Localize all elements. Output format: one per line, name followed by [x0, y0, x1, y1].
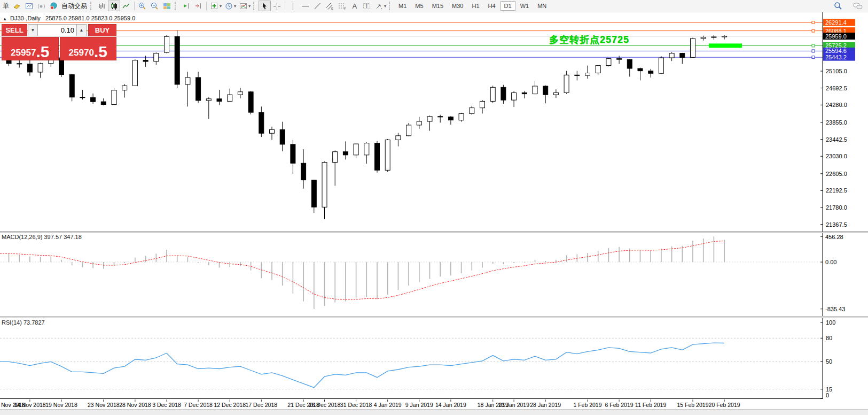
- date-axis-label: 1 Feb 2019: [573, 402, 601, 408]
- chart-shift-icon[interactable]: [192, 1, 205, 11]
- bar-chart-mode-icon[interactable]: [96, 1, 108, 11]
- timeframe-button-h1[interactable]: H1: [468, 1, 483, 11]
- hline-handle: [812, 50, 815, 52]
- toolbar-grip: [175, 2, 178, 10]
- timeframe-button-d1[interactable]: D1: [501, 1, 515, 11]
- trendline-tool-icon[interactable]: [311, 1, 324, 11]
- macd-indicator-pane[interactable]: 456.280.00-835.43: [0, 233, 868, 316]
- date-axis-label: 26 Dec 2018: [309, 402, 341, 408]
- volume-decrease-button[interactable]: ▼: [28, 24, 38, 36]
- chevron-down-icon[interactable]: ▾: [220, 4, 222, 9]
- cursor-icon[interactable]: [259, 1, 271, 11]
- price-chart-pane[interactable]: 25105.024692.524280.023855.023442.523030…: [0, 12, 868, 232]
- price-tick-label: 21780.0: [826, 204, 847, 211]
- volume-input[interactable]: [38, 24, 76, 36]
- signal-icon[interactable]: [35, 1, 48, 11]
- crosshair-icon[interactable]: [271, 1, 283, 11]
- profile-window-icon[interactable]: [23, 1, 35, 11]
- rsi-tick-label: 50: [826, 358, 832, 365]
- timeframe-group: M1M5M15M30H1H4D1W1MN: [394, 1, 551, 11]
- gold-icon[interactable]: [11, 1, 23, 11]
- tile-windows-icon[interactable]: [161, 1, 173, 11]
- text-label-tool-icon[interactable]: T: [361, 1, 373, 11]
- timeframe-button-m5[interactable]: M5: [411, 1, 427, 11]
- toolbar-grip: [253, 2, 257, 10]
- date-axis-label: 4 Jan 2019: [374, 402, 402, 408]
- sell-price-pips: .5: [36, 45, 49, 58]
- zoom-in-icon[interactable]: [136, 1, 148, 11]
- text-tool-icon[interactable]: A: [348, 1, 361, 11]
- price-tick-label: 25105.0: [826, 68, 847, 74]
- sell-button[interactable]: SELL: [2, 24, 27, 36]
- hline-handle: [812, 21, 815, 24]
- periods-clock-icon[interactable]: [223, 1, 235, 11]
- pane-separator[interactable]: [0, 232, 868, 232]
- volume-increase-button[interactable]: ▲: [76, 24, 87, 36]
- horizontal-line-tool-icon[interactable]: [299, 1, 311, 11]
- timeframe-button-mn[interactable]: MN: [534, 1, 550, 11]
- chevron-down-icon[interactable]: ▾: [234, 4, 236, 9]
- timeframe-button-w1[interactable]: W1: [517, 1, 533, 11]
- price-line-label: 25443.2: [825, 54, 847, 60]
- timeframe-button-m15[interactable]: M15: [428, 1, 447, 11]
- timeframe-button-m30[interactable]: M30: [448, 1, 467, 11]
- timeframe-button-h4[interactable]: H4: [484, 1, 499, 11]
- price-line-label: 25959.0: [825, 33, 847, 40]
- one-click-trading-panel: SELL ▼ ▲ BUY 25957 .5 25970 .5: [2, 24, 116, 60]
- collapse-triangle-icon[interactable]: ▲: [3, 17, 7, 21]
- date-axis-label: 28 Jan 2019: [530, 402, 561, 408]
- price-tick-label: 22605.0: [826, 171, 847, 177]
- macd-header: MACD(12,26,9) 397.57 347.18: [2, 234, 82, 240]
- toolbar-separator: [134, 2, 135, 10]
- date-axis-label: 14 Jan 2019: [435, 402, 466, 408]
- buy-price: 25970: [69, 48, 94, 58]
- new-order-button[interactable]: 单: [1, 2, 11, 11]
- date-axis-label: 7 Dec 2018: [184, 402, 213, 408]
- toolbar-grip: [90, 2, 94, 10]
- rsi-tick-label: 80: [826, 335, 832, 341]
- add-indicator-icon[interactable]: [208, 1, 221, 11]
- macd-tick-label: 0.00: [825, 259, 836, 265]
- chevron-down-icon[interactable]: ▾: [384, 4, 386, 9]
- template-icon[interactable]: [237, 1, 249, 11]
- zoom-out-icon[interactable]: [148, 1, 161, 11]
- chevron-down-icon[interactable]: ▾: [248, 4, 251, 9]
- arrows-tool-icon[interactable]: [373, 1, 385, 11]
- auto-trading-label[interactable]: 自动交易: [60, 2, 89, 11]
- ohlc-values: 25875.0 25981.0 25823.0 25959.0: [45, 15, 135, 21]
- channel-tool-icon[interactable]: E: [324, 1, 336, 11]
- svg-text:F: F: [344, 7, 346, 10]
- price-tick-label: 23855.0: [826, 119, 847, 126]
- buy-price-box[interactable]: 25970 .5: [60, 37, 117, 60]
- vertical-line-tool-icon[interactable]: [287, 1, 299, 11]
- macd-tick-label: -835.43: [825, 306, 845, 312]
- sell-price-box[interactable]: 25957 .5: [2, 37, 59, 60]
- toolbar-separator: [206, 2, 207, 10]
- pane-separator[interactable]: [0, 317, 868, 317]
- fibonacci-tool-icon[interactable]: F: [336, 1, 348, 11]
- price-tick-label: 23442.5: [826, 136, 847, 143]
- rsi-tick-label: 0: [826, 392, 829, 398]
- price-tick-label: 22192.5: [826, 187, 847, 194]
- timeframe-button-m1[interactable]: M1: [395, 1, 410, 11]
- svg-text:A: A: [353, 2, 357, 10]
- date-axis-label: 6 Feb 2019: [605, 402, 634, 408]
- price-tick-label: 24280.0: [826, 102, 847, 108]
- svg-text:E: E: [331, 7, 333, 10]
- search-icon[interactable]: [832, 1, 844, 11]
- top-toolbar: 单 自动交易 ▾ ▾ ▾ E F A T ▾ M1M5M15M30H1H4D1W…: [0, 0, 868, 12]
- hline-handle: [812, 29, 815, 32]
- auto-trading-icon[interactable]: [48, 1, 60, 11]
- rsi-indicator-pane[interactable]: 1008050150: [0, 318, 868, 399]
- line-chart-mode-icon[interactable]: [120, 1, 132, 11]
- hline-handle: [812, 44, 815, 47]
- date-axis[interactable]: Nov 201814 Nov 201819 Nov 201823 Nov 201…: [0, 399, 868, 409]
- date-axis-label: 19 Nov 2018: [45, 402, 77, 408]
- buy-button[interactable]: BUY: [88, 24, 116, 36]
- candlestick-mode-icon[interactable]: [108, 1, 120, 11]
- svg-text:T: T: [365, 3, 369, 9]
- chat-icon[interactable]: [851, 1, 864, 11]
- auto-scroll-icon[interactable]: [180, 1, 192, 11]
- symbol-period-label: DJ30-,Daily: [10, 15, 41, 21]
- rsi-tick-label: 15: [826, 386, 832, 393]
